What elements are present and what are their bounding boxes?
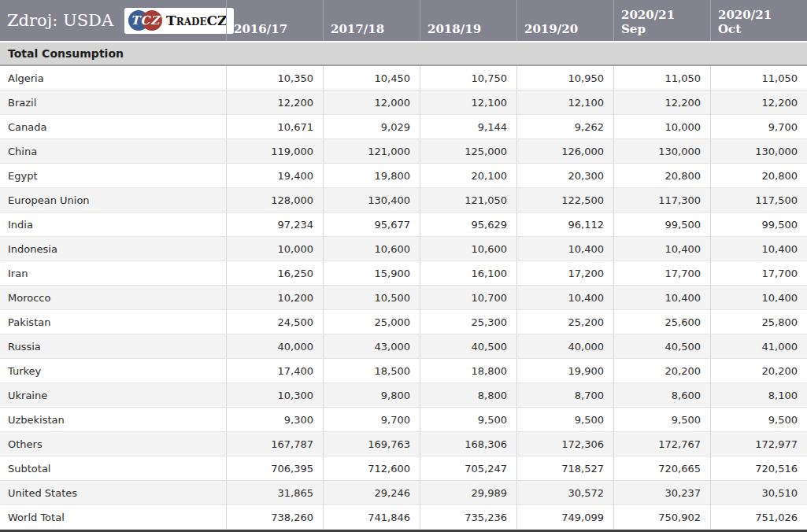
row-value: 16,250 — [226, 261, 323, 285]
column-header: 2020/21 Sep — [613, 0, 710, 41]
table-row: Algeria 10,35010,45010,75010,95011,05011… — [0, 66, 807, 91]
row-value: 125,000 — [420, 139, 516, 163]
row-value: 10,400 — [710, 286, 807, 309]
row-value: 9,262 — [516, 115, 613, 139]
row-value: 9,500 — [710, 408, 807, 431]
row-value: 12,200 — [710, 91, 807, 114]
row-value: 12,200 — [226, 91, 323, 114]
row-value: 40,500 — [420, 334, 516, 358]
row-value: 10,500 — [323, 286, 420, 309]
row-value: 10,450 — [323, 66, 420, 90]
column-header: 2018/19 — [420, 0, 516, 41]
row-value: 17,700 — [613, 261, 710, 285]
row-value: 43,000 — [323, 334, 420, 358]
row-value: 10,400 — [613, 237, 710, 260]
row-value: 19,900 — [516, 359, 613, 382]
column-header-year: 2019/20 — [524, 22, 607, 37]
row-value: 10,300 — [226, 383, 323, 407]
table-row: Egypt 19,40019,80020,10020,30020,80020,8… — [0, 164, 807, 188]
row-label: World Total — [0, 505, 226, 529]
table-row: Uzbekistan 9,3009,7009,5009,5009,5009,50… — [0, 408, 807, 432]
row-value: 10,671 — [226, 115, 323, 139]
row-label: Algeria — [0, 66, 226, 90]
table-row: Turkey 17,40018,50018,80019,90020,20020,… — [0, 359, 807, 383]
row-value: 12,200 — [613, 91, 710, 114]
row-value: 9,300 — [226, 408, 323, 431]
column-header: 2019/20 — [516, 0, 613, 41]
row-value: 119,000 — [226, 139, 323, 163]
row-label: Ukraine — [0, 383, 226, 407]
row-value: 117,300 — [613, 188, 710, 212]
row-label: European Union — [0, 188, 226, 212]
source-label: Zdroj: USDA — [7, 11, 113, 30]
row-value: 130,000 — [613, 139, 710, 163]
row-label: Indonesia — [0, 237, 226, 260]
row-value: 10,600 — [420, 237, 516, 260]
row-value: 18,800 — [420, 359, 516, 382]
row-value: 25,000 — [323, 310, 420, 334]
row-value: 20,800 — [710, 164, 807, 187]
row-value: 130,000 — [710, 139, 807, 163]
row-value: 12,100 — [420, 91, 516, 114]
column-header: 2020/21 Oct — [710, 0, 807, 41]
table-row: Pakistan 24,50025,00025,30025,20025,6002… — [0, 310, 807, 334]
row-label: United States — [0, 481, 226, 504]
row-value: 97,234 — [226, 212, 323, 236]
row-value: 16,100 — [420, 261, 516, 285]
row-value: 9,800 — [323, 383, 420, 407]
row-value: 20,200 — [710, 359, 807, 382]
row-value: 30,237 — [613, 481, 710, 504]
table-row: Morocco 10,20010,50010,70010,40010,40010… — [0, 286, 807, 310]
row-value: 25,800 — [710, 310, 807, 334]
column-header-month: Sep — [621, 22, 704, 37]
row-value: 30,510 — [710, 481, 807, 504]
row-label: Others — [0, 432, 226, 456]
source-header-cell: Zdroj: USDA TCZ TRADECZ — [0, 0, 226, 41]
row-value: 17,200 — [516, 261, 613, 285]
row-value: 20,800 — [613, 164, 710, 187]
row-value: 19,400 — [226, 164, 323, 187]
column-header-year: 2018/19 — [428, 22, 510, 37]
row-value: 10,950 — [516, 66, 613, 90]
logo-brand-t: T — [166, 13, 176, 28]
row-value: 8,600 — [613, 383, 710, 407]
row-value: 30,572 — [516, 481, 613, 504]
row-label: Iran — [0, 261, 226, 285]
row-value: 10,400 — [516, 286, 613, 309]
row-value: 705,247 — [420, 456, 516, 480]
logo-badge-text: TCZ — [131, 13, 160, 28]
logo-brand-rade: RADE — [176, 17, 207, 28]
row-label: China — [0, 139, 226, 163]
row-value: 718,527 — [516, 456, 613, 480]
row-value: 12,100 — [516, 91, 613, 114]
row-value: 10,400 — [613, 286, 710, 309]
row-value: 741,846 — [323, 505, 420, 529]
row-value: 121,050 — [420, 188, 516, 212]
row-label: India — [0, 212, 226, 236]
table-row: Canada 10,6719,0299,1449,26210,0009,700 — [0, 115, 807, 139]
consumption-table: Zdroj: USDA TCZ TRADECZ 2016/17 2017/18 … — [0, 0, 807, 532]
row-value: 172,767 — [613, 432, 710, 456]
row-value: 17,700 — [710, 261, 807, 285]
table-row: India 97,23495,67795,62996,11299,50099,5… — [0, 212, 807, 237]
row-value: 9,500 — [613, 408, 710, 431]
row-label: Pakistan — [0, 310, 226, 334]
row-value: 11,050 — [710, 66, 807, 90]
row-value: 121,000 — [323, 139, 420, 163]
table-row: Indonesia 10,00010,60010,60010,40010,400… — [0, 237, 807, 261]
row-label: Russia — [0, 334, 226, 358]
tradecz-logo: TCZ TRADECZ — [124, 8, 233, 34]
row-value: 40,000 — [226, 334, 323, 358]
row-value: 168,306 — [420, 432, 516, 456]
row-value: 8,800 — [420, 383, 516, 407]
row-value: 172,977 — [710, 432, 807, 456]
row-value: 29,246 — [323, 481, 420, 504]
row-value: 9,500 — [516, 408, 613, 431]
row-value: 10,750 — [420, 66, 516, 90]
row-value: 20,300 — [516, 164, 613, 187]
row-value: 10,400 — [516, 237, 613, 260]
row-value: 720,516 — [710, 456, 807, 480]
row-value: 19,800 — [323, 164, 420, 187]
row-value: 749,099 — [516, 505, 613, 529]
row-value: 20,200 — [613, 359, 710, 382]
